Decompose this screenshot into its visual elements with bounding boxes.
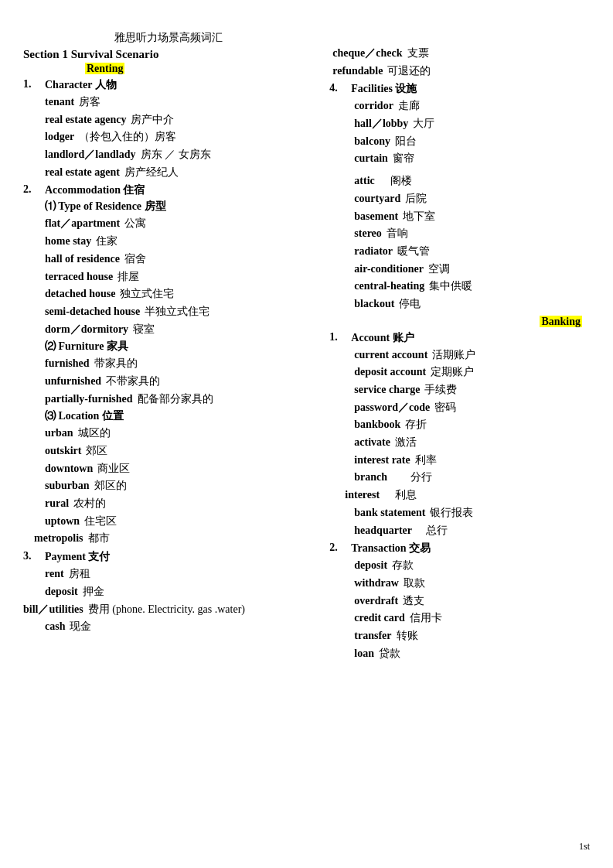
list-item: withdraw取款 [354,575,590,592]
section-account: 1. Account 账户 [329,331,590,345]
account-label: Account 账户 [351,331,414,345]
list-item: interest rate利率 [354,452,590,469]
list-item: landlord／landlady房东 ／ 女房东 [45,146,314,163]
page-number: 1st [579,841,590,853]
list-item: interest利息 [345,487,590,504]
list-item: current account活期账户 [354,347,590,364]
subsection-location: ⑶ Location 位置 [45,409,314,423]
facilities-label: Facilities 设施 [351,82,417,96]
accommodation-label: Accommodation 住宿 [45,183,145,197]
subsection-type: ⑴ Type of Residence 房型 [45,200,314,214]
list-item: bank statement银行报表 [354,504,590,521]
list-item: flat／apartment公寓 [45,215,314,232]
list-item: suburban郊区的 [45,477,314,494]
list-item: tenant房客 [45,94,314,111]
list-item: refundable可退还的 [332,63,590,80]
list-item: password／code密码 [354,399,590,416]
section-facilities: 4. Facilities 设施 [329,82,590,96]
list-item: cash现金 [45,618,314,635]
list-item: courtyard后院 [354,190,590,207]
renting-highlight: Renting [85,63,124,74]
section-title: Section 1 Survival Scenario [23,48,314,61]
subsection-furniture: ⑵ Furniture 家具 [45,340,314,354]
list-item: metropolis都市 [34,530,314,547]
list-item: cheque／check支票 [332,45,590,62]
num-3: 3. [23,550,45,564]
list-item: furnished带家具的 [45,355,314,372]
num-bank-2: 2. [329,542,351,555]
section-character: 1. Character 人物 [23,78,314,92]
list-item: balcony阳台 [354,133,590,150]
list-item: deposit存款 [354,557,590,574]
transaction-label: Transaction 交易 [351,542,431,555]
list-item: lodger（拎包入住的）房客 [45,128,314,145]
list-item: bill／utilities费用 (phone. Electricity. ga… [23,601,314,618]
list-item: dorm／dormitory寝室 [45,321,314,338]
list-item: headquarter总行 [354,522,590,539]
list-item: semi-detached house半独立式住宅 [45,303,314,320]
list-item: outskirt郊区 [45,443,314,460]
list-item: home stay住家 [45,233,314,250]
list-item: hall／lobby大厅 [354,115,590,132]
list-item: bankbook存折 [354,416,590,433]
list-item: urban城区的 [45,425,314,442]
section-transaction: 2. Transaction 交易 [329,542,590,555]
section-accommodation: 2. Accommodation 住宿 [23,183,314,197]
list-item: rent房租 [45,566,314,583]
list-item: corridor走廊 [354,97,590,114]
list-item: terraced house排屋 [45,268,314,285]
page-title: 雅思听力场景高频词汇 [23,31,314,45]
character-label: Character 人物 [45,78,117,92]
list-item: credit card信用卡 [354,610,590,627]
num-1: 1. [23,78,45,92]
list-item: overdraft透支 [354,593,590,610]
list-item: real estate agency房产中介 [45,111,314,128]
list-item: deposit account定期账户 [354,364,590,381]
list-item: radiator暖气管 [354,243,590,260]
list-item: uptown住宅区 [45,513,314,530]
list-item: service charge手续费 [354,381,590,398]
list-item: air-conditioner空调 [354,261,590,278]
section-payment: 3. Payment 支付 [23,550,314,564]
list-item: rural农村的 [45,495,314,512]
list-item: downtown商业区 [45,460,314,477]
list-item: hall of residence宿舍 [45,251,314,268]
list-item: partially-furnished配备部分家具的 [45,391,314,408]
list-item: unfurnished不带家具的 [45,373,314,390]
list-item: attic阁楼 [354,173,590,190]
list-item: transfer转账 [354,627,590,644]
list-item: real estate agent房产经纪人 [45,164,314,181]
num-2: 2. [23,183,45,197]
list-item: detached house独立式住宅 [45,285,314,302]
list-item: loan贷款 [354,645,590,662]
banking-highlight: Banking [540,316,582,327]
list-item: deposit押金 [45,583,314,600]
list-item: activate激活 [354,434,590,451]
num-4: 4. [329,82,351,96]
num-bank-1: 1. [329,331,351,345]
list-item: blackout停电 [354,296,590,313]
list-item: curtain窗帘 [354,150,590,167]
list-item: basement地下室 [354,208,590,225]
payment-label: Payment 支付 [45,550,110,564]
list-item: central-heating集中供暖 [354,278,590,295]
list-item: stereo音响 [354,225,590,242]
list-item: branch分行 [354,469,590,486]
